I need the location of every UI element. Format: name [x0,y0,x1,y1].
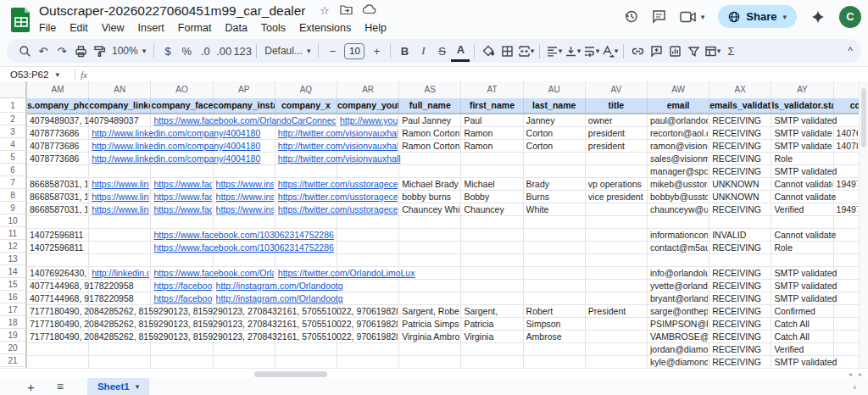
cell-AT4[interactable]: Ramon [464,140,521,153]
cell-AX7[interactable]: UNKNOWN [712,178,770,191]
menu-help[interactable]: Help [364,22,387,34]
column-header-AO[interactable]: AO [151,81,213,98]
cell-AM19[interactable]: 7177180490, 2084285262, 8159290123, 8159… [30,331,398,343]
column-header-AW[interactable]: AW [648,81,709,98]
cell-AW3[interactable]: recorton@aol.com [650,127,708,140]
hscroll-arrows-icon[interactable]: ◂ ▸ [849,370,865,378]
cell-AT18[interactable]: Patricia [464,318,521,331]
cell-AX18[interactable]: RECEIVING [712,318,770,331]
cell-AX8[interactable]: UNKNOWN [712,191,770,203]
cell-AW18[interactable]: PSIMPSON@PU [650,318,708,331]
cell-AY6[interactable]: SMTP validated [774,165,858,178]
cell-AT17[interactable]: Sargent, [464,305,521,318]
field-header-AO[interactable]: company_facebook [151,98,213,113]
cell-AS8[interactable]: bobby burns [402,191,459,203]
row-header-6[interactable]: 6 [0,164,25,176]
cell-AW4[interactable]: ramon@visionmo [650,140,708,153]
more-formats-icon[interactable]: 123 [233,42,252,60]
row-header-17[interactable]: 17 [0,303,25,316]
row-header-16[interactable]: 16 [0,291,25,303]
cell-AO11[interactable]: https://www.facebook.com/103062314752286 [153,229,646,242]
row-header-3[interactable]: 3 [0,125,25,138]
menu-extensions[interactable]: Extensions [299,22,351,34]
cell-AS9[interactable]: Chauncey White [402,203,459,216]
row-header-4[interactable]: 4 [0,138,25,151]
field-header-AQ[interactable]: company_x [275,98,337,113]
cell-AV4[interactable]: president [588,140,646,153]
cell-AU18[interactable]: Simpson [526,318,646,331]
cell-AY21[interactable]: SMTP validated [774,356,858,368]
cell-AS18[interactable]: Patricia Simpson [402,318,459,331]
cell-AM9[interactable]: 8668587031, 18 [30,203,87,216]
cell-AV17[interactable]: President [588,305,646,318]
increase-decimal-icon[interactable]: .00 [214,42,233,60]
cell-AW12[interactable]: contact@m5auto [650,242,708,254]
create-filter-icon[interactable] [684,42,703,60]
cell-AX9[interactable]: RECEIVING [712,203,770,216]
row-header-18[interactable]: 18 [0,316,25,329]
select-all-corner[interactable] [0,81,27,98]
row-header-20[interactable]: 20 [0,342,25,354]
field-header-AN[interactable]: company_linkedin [89,98,151,113]
document-title[interactable]: Outscraper-20260227060451m99_car_dealer [39,3,306,18]
cell-AQ4[interactable]: http://twitter.com/visionvauxhall [278,140,398,153]
share-caret-icon[interactable]: ▾ [782,13,787,21]
cell-AU7[interactable]: Brady [526,178,584,191]
cell-AX15[interactable]: RECEIVING [712,280,770,292]
toolbar-collapse-icon[interactable]: ^ [848,45,853,57]
cell-AX14[interactable]: RECEIVING [712,267,770,280]
cell-AM11[interactable]: 14072596811 [30,229,149,242]
cell-AQ3[interactable]: http://twitter.com/visionvauxhall [278,127,398,140]
strikethrough-icon[interactable]: S [432,42,451,60]
cell-AQ5[interactable]: http://twitter.com/visionvauxhall [278,153,646,165]
merge-cells-icon[interactable]: ▾ [516,42,535,60]
italic-icon[interactable]: I [414,42,432,60]
cell-AU3[interactable]: Corton [526,127,584,140]
row-header-15[interactable]: 15 [0,278,25,291]
row-header-10[interactable]: 10 [0,214,25,227]
cell-AW15[interactable]: yvette@orlandoo [650,280,708,292]
cell-AM14[interactable]: 14076926430, 1 [30,267,87,280]
column-header-AM[interactable]: AM [27,81,89,98]
cell-AO2[interactable]: https://www.facebook.com/OrlandoCarConne… [153,114,336,127]
cell-AR2[interactable]: http://www.youtube [340,114,398,127]
cell-AM12[interactable]: 14072596811 [30,242,149,254]
cell-AU2[interactable]: Janney [526,114,584,127]
field-header-AT[interactable]: first_name [461,98,523,113]
format-percent-icon[interactable]: % [177,42,196,60]
cell-AZ4[interactable]: 140787 [837,140,858,153]
cell-AX19[interactable]: RECEIVING [712,331,770,343]
cell-AS19[interactable]: Virginia Ambrose [402,331,459,343]
cell-AQ14[interactable]: https://twitter.com/OrlandoLimoLux [278,267,646,280]
cell-AU8[interactable]: Burns [526,191,584,203]
cell-AN9[interactable]: https://www.linked [92,203,149,216]
insert-link-icon[interactable] [628,42,647,60]
row-header-7[interactable]: 7 [0,176,25,189]
field-header-AW[interactable]: email [648,98,709,113]
cell-AY12[interactable]: Role [774,242,858,254]
cell-AY15[interactable]: SMTP validated [774,280,858,292]
cloud-status-icon[interactable] [363,4,376,18]
cell-AW19[interactable]: VAMBROSE@P [650,331,708,343]
row-header-11[interactable]: 11 [0,227,25,240]
vertical-scrollbar-thumb[interactable] [861,88,866,147]
row-header-8[interactable]: 8 [0,189,25,202]
cell-AW6[interactable]: manager@spcars [650,165,708,178]
cell-AU17[interactable]: Robert [526,305,584,318]
vertical-scrollbar[interactable] [859,81,868,368]
cell-AY14[interactable]: SMTP validated [774,267,858,280]
cell-AY20[interactable]: Verified [774,343,858,356]
increase-font-size-icon[interactable]: + [367,42,386,60]
search-icon[interactable] [15,42,34,60]
row-header-19[interactable]: 19 [0,329,25,342]
cell-AY4[interactable]: SMTP validated [774,140,832,153]
zoom-select[interactable]: 100%▾ [108,42,149,60]
text-rotation-icon[interactable]: ▾ [600,42,619,60]
cell-AU4[interactable]: Corton [526,140,584,153]
column-header-AQ[interactable]: AQ [275,81,337,98]
cell-AW5[interactable]: sales@visionmot [650,153,708,165]
cell-AM15[interactable]: 4077144968, 9178220958 [30,280,149,292]
row-header-21[interactable]: 21 [0,354,25,367]
cell-AT9[interactable]: Chauncey [464,203,521,216]
text-color-icon[interactable]: A [451,41,470,62]
